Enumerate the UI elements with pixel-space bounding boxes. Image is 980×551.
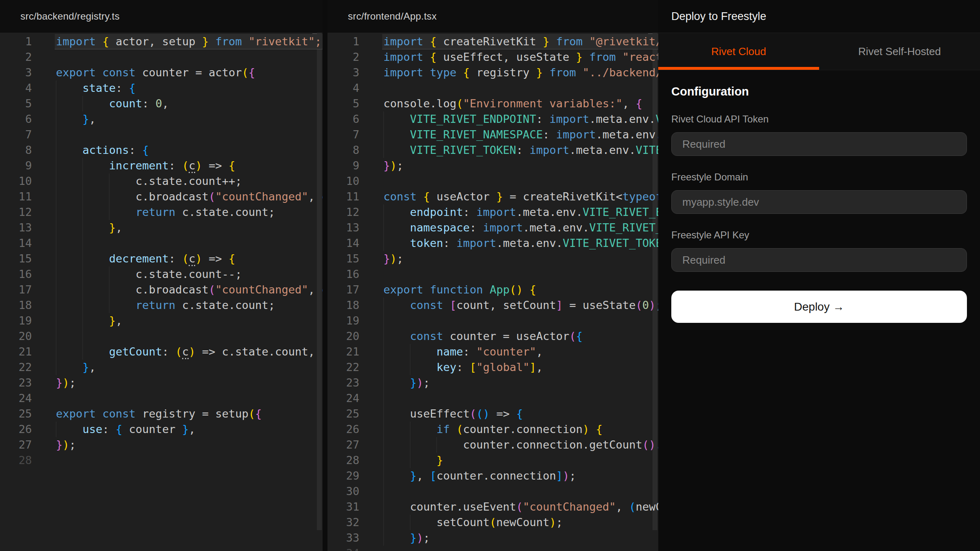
file-tab-label: src/backend/registry.ts (20, 11, 120, 22)
code-line: 20 (0, 329, 323, 344)
code-line: 4 state: { (0, 80, 323, 96)
code-line: 10 c.state.count++; (0, 173, 323, 189)
file-tab-label: src/frontend/App.tsx (348, 11, 437, 22)
code-line: 17 c.broadcast("countChanged", c.state.c… (0, 282, 323, 298)
code-line: 23}); (0, 375, 323, 391)
freestyle-api-key-label: Freestyle API Key (671, 229, 967, 241)
code-line: 21 name: "counter", (327, 344, 658, 360)
code-line: 6 VITE_RIVET_ENDPOINT: import.meta.env.V… (327, 111, 658, 127)
code-line: 2import { useEffect, useState } from "re… (327, 49, 658, 65)
tab-rivet-self-hosted[interactable]: Rivet Self-Hosted (819, 33, 980, 70)
code-line: 10 (327, 173, 658, 189)
code-line: 27}); (0, 437, 323, 453)
code-line: 20 const counter = useActor({ (327, 329, 658, 344)
editor-panel-registry: src/backend/registry.ts 1import { actor,… (0, 0, 323, 551)
code-line: 8 VITE_RIVET_TOKEN: import.meta.env.VITE… (327, 142, 658, 158)
code-line: 15}); (327, 251, 658, 267)
code-line: 34 (327, 546, 658, 551)
code-line: 9 increment: (c) => { (0, 158, 323, 173)
code-line: 15 decrement: (c) => { (0, 251, 323, 267)
code-line: 5 count: 0, (0, 96, 323, 111)
freestyle-domain-input[interactable] (671, 190, 967, 214)
code-line: 2 (0, 49, 323, 65)
deploy-panel-header: Deploy to Freestyle (658, 0, 980, 33)
code-line: 14 token: import.meta.env.VITE_RIVET_TOK… (327, 236, 658, 251)
code-line: 23 }); (327, 375, 658, 391)
code-line: 4 (327, 80, 658, 96)
code-line: 18 const [count, setCount] = useState(0)… (327, 298, 658, 313)
code-line: 30 (327, 484, 658, 499)
deploy-button[interactable]: Deploy → (671, 291, 967, 323)
file-tab-registry[interactable]: src/backend/registry.ts (0, 0, 323, 33)
code-line: 32 setCount(newCount); (327, 515, 658, 530)
code-line: 3import type { registry } from "../backe… (327, 65, 658, 80)
code-line: 24 (0, 391, 323, 406)
code-line: 6 }, (0, 111, 323, 127)
deploy-tabs: Rivet Cloud Rivet Self-Hosted (658, 33, 980, 70)
deploy-panel: Deploy to Freestyle Rivet Cloud Rivet Se… (658, 0, 980, 551)
code-line: 19 (327, 313, 658, 329)
configuration-heading: Configuration (671, 85, 967, 98)
code-line: 11const { useActor } = createRivetKit<ty… (327, 189, 658, 204)
code-line: 25export const registry = setup({ (0, 406, 323, 422)
code-line: 16 c.state.count--; (0, 267, 323, 282)
code-line: 9}); (327, 158, 658, 173)
code-line: 1import { createRivetKit } from "@rivetk… (327, 34, 658, 49)
code-line: 14 (0, 236, 323, 251)
code-line: 28 (0, 453, 323, 468)
code-line: 29 }, [counter.connection]); (327, 468, 658, 484)
code-line: 24 (327, 391, 658, 406)
freestyle-domain-label: Freestyle Domain (671, 171, 967, 183)
code-line: 22 key: ["global"], (327, 360, 658, 375)
code-line: 17export function App() { (327, 282, 658, 298)
code-line: 12 return c.state.count; (0, 204, 323, 220)
code-line: 7 (0, 127, 323, 142)
code-line: 27 counter.connection.getCount().then(se… (327, 437, 658, 453)
code-line: 21 getCount: (c) => c.state.count, (0, 344, 323, 360)
editor-panel-app: src/frontend/App.tsx 1import { createRiv… (327, 0, 658, 551)
code-line: 12 endpoint: import.meta.env.VITE_RIVET_… (327, 204, 658, 220)
code-line: 3export const counter = actor({ (0, 65, 323, 80)
code-line: 33 }); (327, 530, 658, 546)
freestyle-api-key-input[interactable] (671, 248, 967, 272)
code-line: 18 return c.state.count; (0, 298, 323, 313)
tab-rivet-cloud[interactable]: Rivet Cloud (658, 33, 819, 70)
code-line: 22 }, (0, 360, 323, 375)
code-line: 16 (327, 267, 658, 282)
code-line: 31 counter.useEvent("countChanged", (new… (327, 499, 658, 515)
code-line: 13 namespace: import.meta.env.VITE_RIVET… (327, 220, 658, 236)
tab-label: Rivet Self-Hosted (858, 45, 941, 58)
code-line: 13 }, (0, 220, 323, 236)
code-body-middle[interactable]: 1import { createRivetKit } from "@rivetk… (327, 33, 658, 551)
code-line: 1import { actor, setup } from "rivetkit"… (0, 34, 323, 49)
code-body-left[interactable]: 1import { actor, setup } from "rivetkit"… (0, 33, 323, 551)
rivet-cloud-api-token-input[interactable] (671, 132, 967, 156)
deploy-panel-content: Configuration Rivet Cloud API Token Free… (658, 85, 980, 323)
code-line: 7 VITE_RIVET_NAMESPACE: import.meta.env.… (327, 127, 658, 142)
code-line: 28 } (327, 453, 658, 468)
code-line: 19 }, (0, 313, 323, 329)
code-line: 8 actions: { (0, 142, 323, 158)
deploy-panel-title: Deploy to Freestyle (671, 10, 766, 23)
code-line: 26 use: { counter }, (0, 422, 323, 437)
file-tab-app[interactable]: src/frontend/App.tsx (327, 0, 658, 33)
rivet-cloud-api-token-label: Rivet Cloud API Token (671, 113, 967, 125)
code-line: 26 if (counter.connection) { (327, 422, 658, 437)
tab-label: Rivet Cloud (711, 45, 766, 58)
code-line: 5console.log("Environment variables:", { (327, 96, 658, 111)
code-line: 25 useEffect(() => { (327, 406, 658, 422)
code-line: 11 c.broadcast("countChanged", c.state.c… (0, 189, 323, 204)
